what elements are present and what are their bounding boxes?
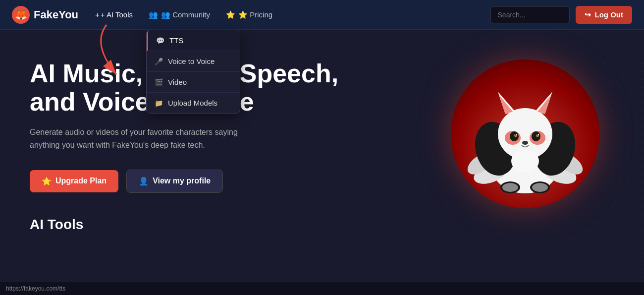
- logout-button[interactable]: ↪ Log Out: [576, 6, 632, 24]
- fox-character-svg: [456, 64, 594, 203]
- svg-point-21: [515, 134, 516, 136]
- svg-point-22: [537, 134, 538, 136]
- svg-point-26: [511, 150, 539, 172]
- character-circle: [451, 59, 599, 208]
- nav-items: + + AI Tools 👥 👥 Community ⭐ ⭐ Pricing: [88, 6, 490, 23]
- upload-icon: 📁: [155, 99, 163, 107]
- upgrade-plan-button[interactable]: ⭐ Upgrade Plan: [30, 170, 118, 192]
- logo-icon: 🦊: [12, 6, 30, 24]
- svg-text:🦊: 🦊: [15, 9, 27, 21]
- hero-buttons: ⭐ Upgrade Plan 👤 View my profile: [30, 170, 347, 193]
- ai-tools-dropdown: 💬 TTS 🎤 Voice to Voice 🎬 Video 📁 Upload …: [146, 30, 240, 114]
- status-url: https://fakeyou.com/tts: [6, 285, 65, 292]
- logo-text: FakeYou: [34, 8, 78, 21]
- dropdown-item-voice-to-voice[interactable]: 🎤 Voice to Voice: [147, 51, 240, 72]
- svg-marker-13: [499, 95, 513, 114]
- main-content: AI Music, Text to Speech,and Voice to vo…: [0, 30, 644, 295]
- navbar: 🦊 FakeYou + + AI Tools 👥 👥 Community ⭐ ⭐…: [0, 0, 644, 30]
- video-icon: 🎬: [155, 78, 163, 86]
- dropdown-item-tts[interactable]: 💬 TTS: [147, 30, 240, 51]
- upgrade-star-icon: ⭐: [42, 177, 52, 186]
- nav-right: ↪ Log Out: [490, 6, 632, 24]
- dropdown-item-video[interactable]: 🎬 Video: [147, 72, 240, 93]
- community-icon: 👥: [149, 10, 158, 19]
- nav-ai-tools[interactable]: + + AI Tools: [88, 6, 140, 23]
- profile-icon: 👤: [139, 177, 149, 186]
- view-profile-button[interactable]: 👤 View my profile: [126, 170, 223, 193]
- nav-community[interactable]: 👥 👥 Community: [142, 6, 217, 23]
- hero-illustration: [436, 40, 614, 228]
- svg-point-23: [516, 134, 517, 135]
- star-icon: ⭐: [226, 10, 235, 19]
- dropdown-item-upload-models[interactable]: 📁 Upload Models: [147, 93, 240, 113]
- profile-label: View my profile: [153, 177, 211, 185]
- upgrade-label: Upgrade Plan: [55, 177, 107, 185]
- community-label: 👥 Community: [161, 10, 210, 19]
- svg-point-17: [510, 131, 519, 141]
- tts-label: TTS: [169, 36, 183, 45]
- svg-point-25: [522, 141, 528, 145]
- plus-icon: +: [95, 10, 100, 19]
- logo[interactable]: 🦊 FakeYou: [12, 6, 78, 24]
- svg-point-30: [532, 183, 548, 192]
- hero-subtitle: Generate audio or videos of your favorit…: [30, 126, 268, 151]
- status-bar: https://fakeyou.com/tts: [0, 281, 644, 295]
- ai-tools-label: + AI Tools: [101, 10, 133, 19]
- nav-pricing[interactable]: ⭐ ⭐ Pricing: [219, 6, 279, 23]
- logout-icon: ↪: [585, 10, 591, 19]
- logout-label: Log Out: [595, 10, 623, 19]
- ai-tools-section-heading: AI Tools: [30, 217, 347, 233]
- svg-point-24: [538, 134, 539, 135]
- svg-point-29: [502, 183, 518, 192]
- upload-models-label: Upload Models: [168, 99, 217, 107]
- svg-marker-14: [537, 95, 551, 114]
- voice-to-voice-icon: 🎤: [155, 58, 163, 65]
- voice-to-voice-label: Voice to Voice: [168, 57, 215, 65]
- svg-point-18: [532, 131, 540, 141]
- pricing-label: ⭐ Pricing: [238, 10, 272, 19]
- video-label: Video: [168, 78, 187, 86]
- tts-icon: 💬: [156, 37, 164, 45]
- search-input[interactable]: [490, 6, 570, 23]
